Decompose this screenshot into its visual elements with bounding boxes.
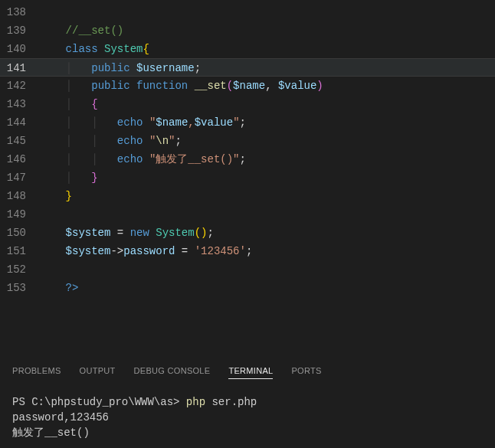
code-content[interactable]: } <box>40 187 495 205</box>
code-content[interactable]: │ │ echo "$name,$value"; <box>40 113 495 132</box>
code-content[interactable] <box>40 260 495 279</box>
line-number: 142 <box>0 77 40 95</box>
code-content[interactable]: //__set() <box>40 21 495 40</box>
code-content[interactable]: $system = new System(); <box>40 224 495 242</box>
code-line[interactable]: 148 } <box>0 187 495 205</box>
code-line[interactable]: 139 //__set() <box>0 21 495 40</box>
terminal-output-line: 触发了__set() <box>12 427 90 439</box>
line-number: 149 <box>0 205 40 224</box>
code-line[interactable]: 146 │ │ echo "触发了__set()"; <box>0 150 495 168</box>
tab-output[interactable]: OUTPUT <box>80 366 116 379</box>
line-number: 150 <box>0 224 40 242</box>
code-line[interactable]: 143 │ { <box>0 95 495 113</box>
code-content[interactable] <box>40 205 495 224</box>
code-content[interactable]: │ public $username; <box>40 59 495 76</box>
line-number: 153 <box>0 279 40 297</box>
code-line[interactable]: 138 <box>0 3 495 21</box>
code-content[interactable]: │ } <box>40 168 495 187</box>
code-line[interactable]: 151 $system->password = '123456'; <box>0 242 495 260</box>
code-line[interactable]: 140 class System{ <box>0 40 495 58</box>
code-line[interactable]: 149 <box>0 205 495 224</box>
code-line[interactable]: 153 ?> <box>0 279 495 297</box>
panel-tab-bar: PROBLEMS OUTPUT DEBUG CONSOLE TERMINAL P… <box>0 358 495 384</box>
line-number: 148 <box>0 187 40 205</box>
code-content[interactable]: │ │ echo "触发了__set()"; <box>40 150 495 168</box>
line-number: 140 <box>0 40 40 58</box>
code-line[interactable]: 144 │ │ echo "$name,$value"; <box>0 113 495 132</box>
code-content[interactable]: $system->password = '123456'; <box>40 242 495 260</box>
code-content[interactable]: │ public function __set($name, $value) <box>40 77 495 95</box>
line-number: 144 <box>0 113 40 132</box>
code-content[interactable]: class System{ <box>40 40 495 58</box>
line-number: 139 <box>0 21 40 40</box>
code-line[interactable]: 150 $system = new System(); <box>0 224 495 242</box>
terminal-panel[interactable]: PS C:\phpstudy_pro\WWW\as> php ser.php p… <box>0 384 495 448</box>
code-content[interactable] <box>40 3 495 21</box>
line-number: 145 <box>0 132 40 150</box>
line-number: 147 <box>0 168 40 187</box>
line-number: 151 <box>0 242 40 260</box>
tab-debug-console[interactable]: DEBUG CONSOLE <box>134 366 211 379</box>
code-content[interactable]: ?> <box>40 279 495 297</box>
line-number: 152 <box>0 260 40 279</box>
code-line[interactable]: 145 │ │ echo "\n"; <box>0 132 495 150</box>
code-editor[interactable]: 138 139 //__set()140 class System{141 │ … <box>0 0 495 297</box>
terminal-prompt: PS C:\phpstudy_pro\WWW\as> <box>12 396 186 408</box>
code-line[interactable]: 142 │ public function __set($name, $valu… <box>0 77 495 95</box>
terminal-command: php <box>186 396 212 408</box>
line-number: 141 <box>0 59 40 76</box>
tab-problems[interactable]: PROBLEMS <box>12 366 61 379</box>
line-number: 143 <box>0 95 40 113</box>
terminal-arg: ser.php <box>211 396 257 408</box>
tab-ports[interactable]: PORTS <box>291 366 321 379</box>
editor-empty-space <box>0 297 495 358</box>
code-line[interactable]: 147 │ } <box>0 168 495 187</box>
tab-terminal[interactable]: TERMINAL <box>228 366 273 379</box>
code-content[interactable]: │ { <box>40 95 495 113</box>
terminal-output-line: password,123456 <box>12 411 109 423</box>
code-content[interactable]: │ │ echo "\n"; <box>40 132 495 150</box>
line-number: 146 <box>0 150 40 168</box>
line-number: 138 <box>0 3 40 21</box>
code-line[interactable]: 141 │ public $username; <box>0 58 495 77</box>
code-line[interactable]: 152 <box>0 260 495 279</box>
